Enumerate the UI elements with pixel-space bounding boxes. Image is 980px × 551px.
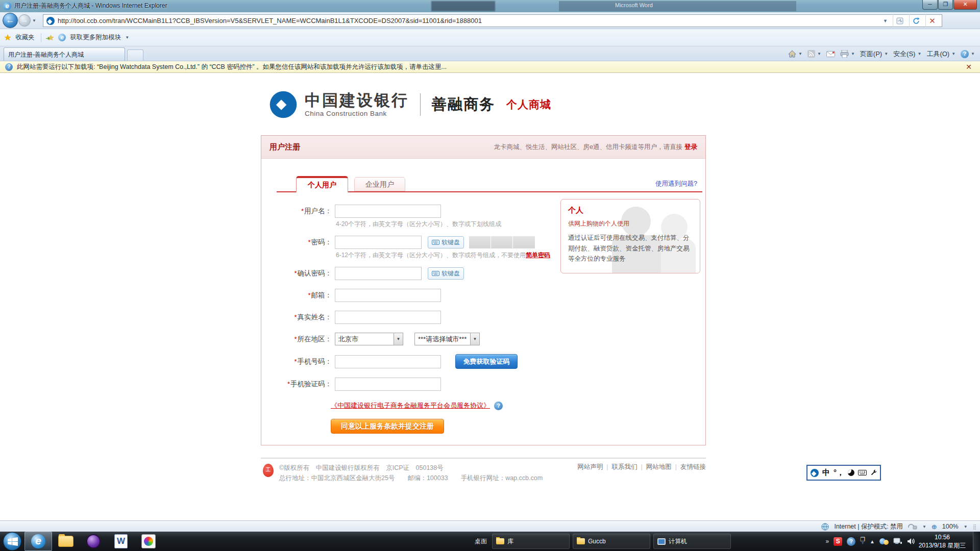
im-status-icon[interactable]	[879, 537, 889, 545]
show-hidden-icons[interactable]: ▲	[870, 539, 875, 544]
password-strength-meter	[469, 236, 535, 248]
taskbar-window-libraries[interactable]: 库	[492, 534, 570, 549]
wrench-icon[interactable]	[870, 469, 877, 476]
close-button[interactable]: ✕	[953, 0, 977, 10]
taskbar-explorer-button[interactable]	[52, 532, 80, 551]
protected-mode-icon[interactable]	[908, 523, 917, 530]
footer-link[interactable]: 联系我们	[612, 463, 638, 470]
tab-personal-user[interactable]: 个人用户	[296, 176, 348, 192]
password-input[interactable]	[335, 236, 422, 249]
help-tray-icon[interactable]: ?	[847, 537, 855, 546]
address-bar[interactable]: http://tool.ccb.com/tran/WCCMainB1L1?CCB…	[43, 14, 942, 27]
stop-icon[interactable]: ✕	[925, 14, 939, 27]
notification-close-icon[interactable]: ✕	[963, 63, 975, 71]
command-bar: ▼ ▼ ▼ 页面(P)▼ 安全(S)▼ 工具(O)▼ ?▼	[788, 46, 975, 61]
minimize-button[interactable]: ─	[922, 0, 938, 10]
restore-windows-icon[interactable]: ❐▼	[860, 537, 865, 545]
tools-menu[interactable]: 工具(O)▼	[926, 49, 955, 59]
chevron-down-icon[interactable]: ▼	[470, 333, 479, 345]
maximize-button[interactable]: ❐	[938, 0, 953, 10]
address-dropdown-icon[interactable]: ▼	[881, 18, 890, 23]
soft-keyboard-button[interactable]: 软键盘	[428, 236, 464, 248]
history-dropdown-icon[interactable]: ▼	[32, 18, 36, 23]
city-select[interactable]: ***请选择城市***▼	[414, 333, 480, 345]
refresh-icon[interactable]	[909, 14, 922, 27]
notification-text[interactable]: 此网站需要运行以下加载项: “Beijing Watchdata System …	[17, 63, 959, 71]
addon-notification-bar[interactable]: ? 此网站需要运行以下加载项: “Beijing Watchdata Syste…	[0, 61, 980, 73]
speaker-icon[interactable]	[907, 538, 915, 545]
login-link[interactable]: 登录	[684, 143, 697, 151]
messenger-icon	[86, 534, 101, 548]
taskbar-clock[interactable]: 10:56 2013/9/18 星期三	[916, 533, 969, 549]
help-menu[interactable]: ?▼	[961, 50, 975, 58]
folder-icon	[58, 536, 74, 547]
chevron-down-icon[interactable]: ▼	[922, 524, 926, 529]
desktop-toolbar-label[interactable]: 桌面	[475, 537, 487, 546]
submit-registration-button[interactable]: 同意以上服务条款并提交注册	[331, 419, 444, 434]
url-text[interactable]: http://tool.ccb.com/tran/WCCMainB1L1?CCB…	[58, 17, 878, 24]
page-menu[interactable]: 页面(P)▼	[860, 49, 888, 59]
taskbar-ie-button[interactable]: e	[24, 532, 52, 551]
weak-password-link[interactable]: 简单密码	[526, 252, 550, 259]
footer-link[interactable]: 网站声明	[577, 463, 603, 470]
tray-overflow-chevron[interactable]: »	[826, 538, 829, 545]
footer-link[interactable]: 网站地图	[646, 463, 672, 470]
compatibility-view-icon[interactable]	[893, 14, 906, 27]
realname-input[interactable]	[335, 311, 441, 324]
time-text: 10:56	[916, 533, 969, 541]
realname-label: *真实姓名：	[261, 313, 332, 322]
keyboard-icon[interactable]	[858, 470, 867, 475]
moon-icon[interactable]	[848, 469, 854, 476]
service-agreement-link[interactable]: 《中国建设银行电子商务金融服务平台会员服务协议》	[331, 401, 490, 410]
taskbar-window-computer[interactable]: 计算机	[653, 534, 731, 549]
zoom-dropdown-icon[interactable]: ▼	[964, 524, 968, 529]
get-sms-code-button[interactable]: 免费获取验证码	[455, 354, 518, 369]
browser-tab[interactable]: 用户注册-善融商务个人商城	[4, 47, 125, 61]
paint-icon	[141, 534, 156, 548]
punctuation-label[interactable]: °，	[834, 468, 844, 478]
start-button[interactable]	[3, 532, 21, 550]
taskbar-messenger-button[interactable]	[80, 532, 107, 551]
ghost-window-title: Microsoft Word	[615, 2, 653, 8]
ime-mode-label[interactable]: 中	[822, 468, 830, 478]
footer-link[interactable]: 友情链接	[680, 463, 706, 470]
agreement-help-icon[interactable]: ?	[494, 402, 503, 410]
mobile-input[interactable]	[335, 355, 441, 368]
help-link[interactable]: 使用遇到问题?	[655, 180, 697, 188]
get-addons-link[interactable]: 获取更多附加模块	[70, 33, 121, 42]
safety-menu[interactable]: 安全(S)▼	[893, 49, 921, 59]
add-favorite-icon[interactable]: ★	[47, 33, 54, 42]
resize-grip: ⣿	[973, 524, 977, 530]
taskbar-window-guccb[interactable]: Guccb	[573, 534, 650, 549]
forward-button[interactable]: →	[18, 14, 31, 27]
taskbar-paint-button[interactable]	[135, 532, 162, 551]
email-label: *邮箱：	[261, 291, 332, 300]
zoom-icon[interactable]: ⊕	[932, 523, 937, 531]
username-input[interactable]	[335, 205, 441, 218]
network-icon[interactable]	[893, 538, 902, 545]
show-desktop-button[interactable]	[973, 532, 980, 551]
chevron-down-icon[interactable]: ▼	[394, 333, 403, 345]
feeds-button[interactable]: ▼	[807, 50, 821, 58]
zoom-level[interactable]: 100%	[942, 523, 959, 530]
ccb-input-widget[interactable]: 中 °，	[806, 465, 881, 481]
confirm-password-label: *确认密码：	[261, 269, 332, 278]
addon-page-icon: e	[58, 34, 66, 41]
province-select[interactable]: 北京市▼	[335, 333, 403, 345]
soft-keyboard-button[interactable]: 软键盘	[428, 267, 464, 280]
addons-dropdown-icon[interactable]: ▼	[125, 35, 129, 40]
home-button[interactable]: ▼	[788, 50, 802, 58]
email-input[interactable]	[335, 289, 441, 302]
print-button[interactable]: ▼	[840, 50, 855, 58]
favorites-button[interactable]: 收藏夹	[15, 33, 35, 42]
sogou-ime-icon[interactable]: S	[834, 537, 842, 546]
favorites-star-icon[interactable]: ★	[4, 33, 11, 42]
taskbar-word-button[interactable]: W	[107, 532, 135, 551]
tab-company-user[interactable]: 企业用户	[354, 177, 405, 191]
navigation-bar: ← → ▼ http://tool.ccb.com/tran/WCCMainB1…	[0, 12, 980, 29]
read-mail-button[interactable]	[826, 51, 835, 57]
sms-code-input[interactable]	[335, 378, 441, 391]
back-button[interactable]: ←	[3, 13, 18, 28]
new-tab-button[interactable]	[127, 49, 143, 61]
confirm-password-input[interactable]	[335, 267, 422, 280]
